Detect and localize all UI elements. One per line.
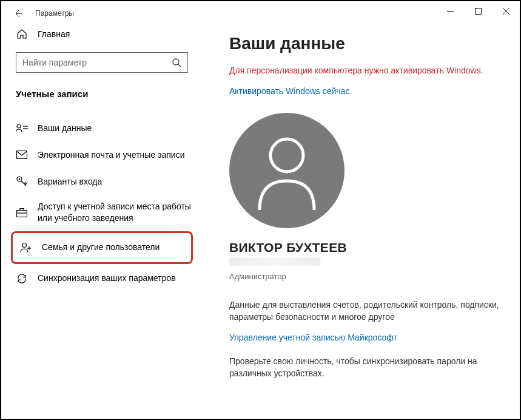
user-email-redacted: [229, 257, 320, 266]
close-button[interactable]: [492, 1, 520, 21]
svg-point-14: [22, 243, 27, 247]
sidebar-item-your-info[interactable]: Ваши данные: [13, 115, 197, 141]
sync-icon: [16, 273, 28, 284]
minimize-button[interactable]: [436, 1, 464, 21]
nav-label: Синхронизация ваших параметров: [38, 273, 176, 284]
search-icon: [172, 58, 181, 67]
sidebar-item-email[interactable]: Электронная почта и учетные записи: [13, 141, 197, 168]
key-icon: [16, 176, 28, 187]
avatar: [229, 113, 502, 228]
nav-label: Ваши данные: [38, 123, 92, 134]
sidebar-item-work[interactable]: Доступ к учетной записи места работы или…: [13, 195, 197, 230]
svg-point-11: [19, 178, 21, 180]
search-input[interactable]: [22, 58, 162, 67]
mail-icon: [16, 151, 28, 159]
svg-line-5: [178, 64, 181, 67]
svg-rect-1: [475, 8, 481, 14]
svg-rect-12: [17, 210, 27, 217]
svg-point-17: [271, 139, 303, 172]
home-icon: [16, 29, 28, 39]
activation-warning: Для персонализации компьютера нужно акти…: [229, 66, 502, 75]
maximize-button[interactable]: [464, 1, 492, 21]
account-description: Данные для выставления счетов, родительс…: [229, 299, 502, 323]
sidebar-item-signin[interactable]: Варианты входа: [13, 168, 197, 195]
user-name: ВИКТОР БУХТЕЕВ: [229, 240, 502, 255]
page-title: Ваши данные: [229, 34, 502, 53]
family-icon: [20, 242, 32, 253]
nav-label: Доступ к учетной записи места работы или…: [38, 201, 192, 224]
highlight-annotation: Семья и другие пользователи: [11, 231, 193, 264]
briefcase-icon: [16, 208, 28, 217]
sidebar-item-family[interactable]: Семья и другие пользователи: [15, 234, 189, 261]
search-input-wrap[interactable]: [16, 52, 188, 73]
activate-link[interactable]: Активировать Windows сейчас.: [229, 86, 502, 96]
svg-point-6: [17, 124, 21, 128]
category-header: Учетные записи: [13, 89, 197, 115]
home-label: Главная: [38, 29, 70, 40]
nav-label: Электронная почта и учетные записи: [38, 149, 184, 161]
back-button[interactable]: [6, 1, 30, 25]
user-role: Администратор: [229, 272, 502, 281]
svg-point-4: [173, 59, 179, 65]
window-title: Параметры: [35, 9, 74, 18]
verify-text: Проверьте свою личность, чтобы синхрониз…: [229, 356, 502, 379]
nav-label: Семья и другие пользователи: [42, 242, 160, 253]
sidebar-item-sync[interactable]: Синхронизация ваших параметров: [13, 265, 197, 292]
home-link[interactable]: Главная: [13, 25, 197, 52]
nav-label: Варианты входа: [38, 176, 102, 188]
manage-account-link[interactable]: Управление учетной записью Майкрософт: [229, 333, 502, 342]
person-card-icon: [16, 123, 28, 133]
